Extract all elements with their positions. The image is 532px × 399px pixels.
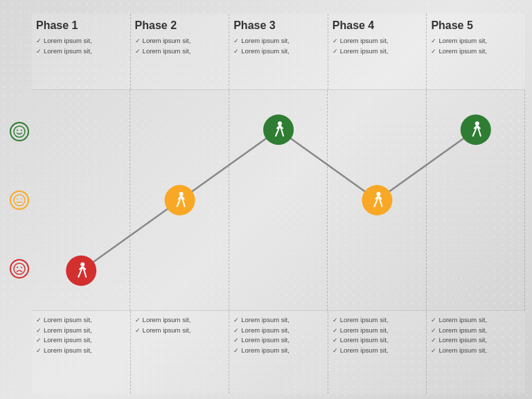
expectation-item: ✓Lorem ipsum sit,	[233, 46, 323, 56]
expectation-text: Lorem ipsum sit,	[438, 46, 487, 55]
opportunity-item: ✓Lorem ipsum sit,	[233, 315, 323, 325]
svg-point-0	[14, 126, 25, 137]
check-icon: ✓	[36, 336, 42, 345]
check-icon: ✓	[233, 47, 239, 56]
opportunity-text: Lorem ipsum sit,	[438, 335, 487, 344]
expectation-text: Lorem ipsum sit,	[241, 46, 290, 55]
opportunity-item: ✓Lorem ipsum sit,	[135, 315, 225, 325]
opportunity-text: Lorem ipsum sit,	[143, 326, 191, 335]
check-icon: ✓	[36, 316, 42, 325]
opportunity-item: ✓Lorem ipsum sit,	[332, 335, 423, 345]
svg-point-5	[21, 198, 22, 200]
main-area: Phase 1✓Lorem ipsum sit,✓Lorem ipsum sit…	[0, 14, 532, 399]
smiley-neutral	[10, 190, 29, 210]
check-icon: ✓	[332, 346, 338, 355]
phase-col-2: Phase 2✓Lorem ipsum sit,✓Lorem ipsum sit…	[131, 14, 230, 89]
check-icon: ✓	[431, 47, 436, 56]
smiley-icons	[7, 90, 32, 310]
check-icon: ✓	[233, 346, 239, 355]
opportunity-item: ✓Lorem ipsum sit,	[431, 335, 521, 345]
expectation-text: Lorem ipsum sit,	[340, 46, 389, 55]
chart-svg	[32, 90, 525, 310]
phase-col-3: Phase 3✓Lorem ipsum sit,✓Lorem ipsum sit…	[229, 14, 328, 89]
check-icon: ✓	[431, 346, 436, 355]
opp-col-2: ✓Lorem ipsum sit,✓Lorem ipsum sit,	[131, 311, 230, 393]
expectation-item: ✓Lorem ipsum sit,	[36, 46, 126, 56]
check-icon: ✓	[233, 336, 239, 345]
phase-title-1: Phase 1	[36, 19, 126, 32]
svg-point-4	[17, 198, 18, 200]
opp-col-3: ✓Lorem ipsum sit,✓Lorem ipsum sit,✓Lorem…	[229, 311, 328, 393]
check-icon: ✓	[431, 326, 436, 335]
runner-node-5	[461, 114, 491, 145]
expectation-text: Lorem ipsum sit,	[241, 36, 290, 45]
svg-point-3	[14, 195, 25, 206]
opportunity-item: ✓Lorem ipsum sit,	[36, 315, 126, 325]
check-icon: ✓	[36, 37, 42, 46]
opportunity-text: Lorem ipsum sit,	[44, 315, 92, 324]
phase-col-4: Phase 4✓Lorem ipsum sit,✓Lorem ipsum sit…	[328, 14, 427, 89]
expectation-item: ✓Lorem ipsum sit,	[233, 36, 323, 46]
connector-line-3	[377, 130, 475, 200]
expectation-item: ✓Lorem ipsum sit,	[431, 36, 521, 46]
svg-point-1	[17, 130, 18, 131]
opportunity-item: ✓Lorem ipsum sit,	[135, 326, 225, 335]
check-icon: ✓	[36, 326, 42, 335]
opportunity-item: ✓Lorem ipsum sit,	[431, 326, 521, 335]
expectation-item: ✓Lorem ipsum sit,	[332, 36, 423, 46]
opportunity-item: ✓Lorem ipsum sit,	[431, 346, 521, 355]
expectation-item: ✓Lorem ipsum sit,	[431, 46, 521, 56]
check-icon: ✓	[233, 326, 239, 335]
phase-title-5: Phase 5	[431, 19, 521, 32]
check-icon: ✓	[36, 47, 42, 56]
opp-col-1: ✓Lorem ipsum sit,✓Lorem ipsum sit,✓Lorem…	[32, 311, 131, 393]
opportunity-item: ✓Lorem ipsum sit,	[431, 315, 521, 325]
chart-grid	[32, 90, 525, 310]
check-icon: ✓	[36, 346, 42, 355]
opportunity-text: Lorem ipsum sit,	[340, 335, 389, 344]
opportunity-text: Lorem ipsum sit,	[44, 335, 92, 344]
main-container: Phase 1✓Lorem ipsum sit,✓Lorem ipsum sit…	[0, 0, 532, 399]
opportunity-text: Lorem ipsum sit,	[44, 346, 92, 355]
expectation-text: Lorem ipsum sit,	[143, 36, 191, 45]
check-icon: ✓	[332, 47, 338, 56]
opportunity-item: ✓Lorem ipsum sit,	[233, 335, 323, 345]
check-icon: ✓	[135, 47, 141, 56]
opportunity-text: Lorem ipsum sit,	[241, 335, 290, 344]
phase-title-4: Phase 4	[332, 19, 423, 32]
opportunity-label-container	[7, 310, 32, 393]
page-title	[0, 0, 532, 14]
expectation-text: Lorem ipsum sit,	[340, 36, 389, 45]
phase-col-5: Phase 5✓Lorem ipsum sit,✓Lorem ipsum sit…	[427, 14, 525, 89]
check-icon: ✓	[135, 37, 141, 46]
expectation-text: Lorem ipsum sit,	[44, 46, 92, 55]
opportunity-text: Lorem ipsum sit,	[241, 326, 290, 335]
phases-header: Phase 1✓Lorem ipsum sit,✓Lorem ipsum sit…	[32, 14, 525, 90]
smiley-happy	[10, 122, 29, 141]
expectation-item: ✓Lorem ipsum sit,	[135, 36, 225, 46]
phase-title-3: Phase 3	[233, 19, 323, 32]
opportunity-text: Lorem ipsum sit,	[438, 326, 487, 335]
expectation-item: ✓Lorem ipsum sit,	[332, 46, 423, 56]
check-icon: ✓	[135, 326, 141, 335]
runner-node-4	[362, 185, 392, 215]
opportunity-item: ✓Lorem ipsum sit,	[233, 326, 323, 335]
chart-area	[32, 90, 525, 310]
opportunity-text: Lorem ipsum sit,	[241, 315, 290, 324]
svg-point-9	[21, 267, 22, 268]
check-icon: ✓	[332, 316, 338, 325]
check-icon: ✓	[431, 316, 436, 325]
check-icon: ✓	[135, 316, 141, 325]
expectation-item: ✓Lorem ipsum sit,	[135, 46, 225, 56]
check-icon: ✓	[332, 37, 338, 46]
opportunity-item: ✓Lorem ipsum sit,	[36, 335, 126, 345]
check-icon: ✓	[233, 37, 239, 46]
check-icon: ✓	[233, 316, 239, 325]
opportunity-item: ✓Lorem ipsum sit,	[332, 326, 423, 335]
opportunity-item: ✓Lorem ipsum sit,	[36, 326, 126, 335]
check-icon: ✓	[332, 326, 338, 335]
phase-col-1: Phase 1✓Lorem ipsum sit,✓Lorem ipsum sit…	[32, 14, 131, 89]
opportunity-item: ✓Lorem ipsum sit,	[332, 315, 423, 325]
svg-point-2	[21, 130, 22, 131]
expectation-text: Lorem ipsum sit,	[438, 36, 487, 45]
